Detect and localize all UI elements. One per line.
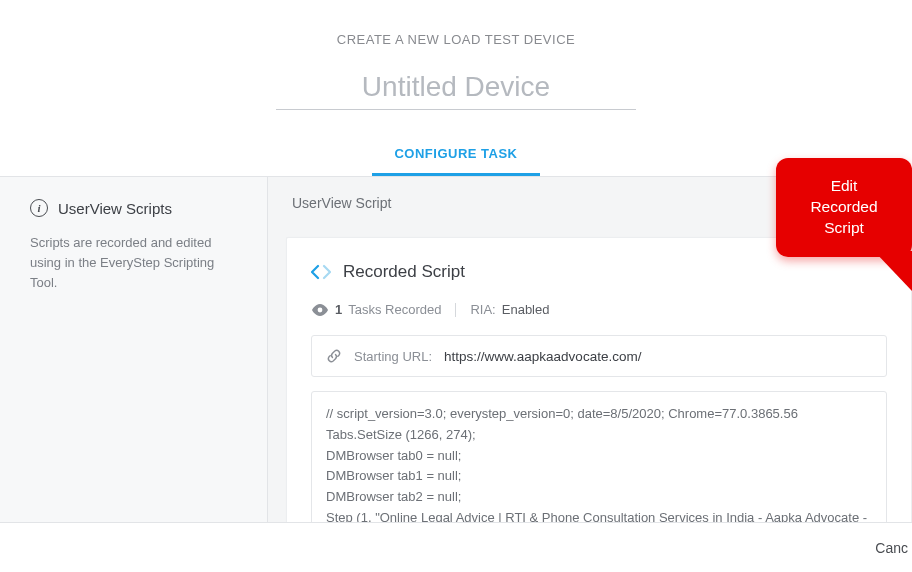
info-icon: i (30, 199, 48, 217)
ria-value: Enabled (502, 302, 550, 317)
tab-configure-task[interactable]: CONFIGURE TASK (372, 136, 539, 176)
tasks-count: 1 (335, 302, 342, 317)
callout-line2: Script (798, 218, 890, 239)
footer: Canc (0, 522, 912, 572)
edit-recorded-script-callout: Edit Recorded Script (776, 158, 912, 257)
card-title: Recorded Script (343, 262, 465, 282)
recorded-script-card: Recorded Script 1 Tasks Recorded RIA: En… (286, 237, 912, 544)
page-eyebrow: CREATE A NEW LOAD TEST DEVICE (0, 32, 912, 47)
sidebar: i UserView Scripts Scripts are recorded … (0, 177, 268, 544)
cancel-button[interactable]: Canc (861, 526, 912, 570)
device-name-input[interactable] (276, 71, 636, 110)
url-value: https://www.aapkaadvocate.com/ (444, 349, 641, 364)
url-label: Starting URL: (354, 349, 432, 364)
eye-icon (311, 304, 329, 316)
meta-row: 1 Tasks Recorded RIA: Enabled (311, 302, 887, 317)
ria-label: RIA: (470, 302, 495, 317)
link-icon (326, 348, 342, 364)
svg-point-0 (318, 307, 323, 312)
tasks-label: Tasks Recorded (348, 302, 441, 317)
code-icon (311, 264, 331, 280)
meta-divider (455, 303, 456, 317)
starting-url-box: Starting URL: https://www.aapkaadvocate.… (311, 335, 887, 377)
callout-line1: Edit Recorded (798, 176, 890, 218)
sidebar-title: UserView Scripts (58, 200, 172, 217)
sidebar-description: Scripts are recorded and edited using in… (30, 233, 245, 293)
